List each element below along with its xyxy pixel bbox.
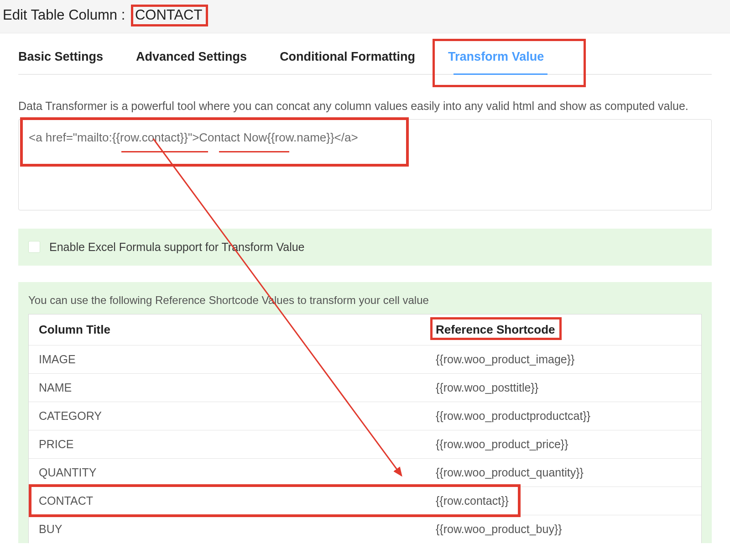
ref-shortcode: {{row.woo_product_quantity}} — [436, 466, 691, 479]
header-prefix: Edit Table Column : — [3, 7, 125, 23]
excel-formula-panel: Enable Excel Formula support for Transfo… — [18, 229, 712, 266]
ref-shortcode: {{row.woo_product_image}} — [436, 353, 691, 366]
code-box-wrap: <a href="mailto:{{row.contact}}">Contact… — [18, 119, 712, 210]
ref-title: PRICE — [39, 438, 436, 451]
tab-transform-value[interactable]: Transform Value — [448, 46, 544, 74]
ref-shortcode: {{row.woo_productproductcat}} — [436, 409, 691, 423]
table-row: PRICE {{row.woo_product_price}} — [29, 430, 701, 459]
tab-bar: Basic Settings Advanced Settings Conditi… — [18, 46, 712, 75]
ref-title: BUY — [39, 523, 436, 536]
ref-title: CONTACT — [39, 494, 436, 508]
table-row: CONTACT {{row.contact}} — [29, 487, 701, 515]
table-row: NAME {{row.woo_posttitle}} — [29, 374, 701, 402]
ref-title: IMAGE — [39, 353, 436, 366]
ref-title: CATEGORY — [39, 409, 436, 423]
ref-shortcode: {{row.woo_posttitle}} — [436, 381, 691, 394]
page-header: Edit Table Column : CONTACT — [0, 0, 730, 33]
reference-header-col1: Column Title — [39, 323, 436, 337]
transform-code-input[interactable]: <a href="mailto:{{row.contact}}">Contact… — [18, 119, 712, 210]
reference-header-col2: Reference Shortcode — [436, 323, 691, 337]
transform-description: Data Transformer is a powerful tool wher… — [18, 99, 712, 113]
tab-basic-settings[interactable]: Basic Settings — [18, 46, 103, 74]
tab-content: Data Transformer is a powerful tool wher… — [0, 75, 730, 543]
tabs-container: Basic Settings Advanced Settings Conditi… — [0, 46, 730, 75]
tab-advanced-settings[interactable]: Advanced Settings — [136, 46, 247, 74]
ref-shortcode: {{row.woo_product_buy}} — [436, 523, 691, 536]
ref-shortcode: {{row.woo_product_price}} — [436, 438, 691, 451]
header-column-name: CONTACT — [131, 5, 209, 26]
reference-table-header: Column Title Reference Shortcode — [29, 314, 701, 345]
annotation-underline — [121, 151, 208, 152]
ref-shortcode: {{row.contact}} — [436, 494, 691, 508]
table-row: QUANTITY {{row.woo_product_quantity}} — [29, 459, 701, 487]
tab-conditional-formatting[interactable]: Conditional Formatting — [280, 46, 415, 74]
reference-table: Column Title Reference Shortcode IMAGE {… — [28, 314, 702, 543]
table-row: IMAGE {{row.woo_product_image}} — [29, 345, 701, 374]
ref-title: NAME — [39, 381, 436, 394]
excel-formula-checkbox[interactable] — [28, 241, 40, 253]
annotation-underline — [219, 151, 289, 152]
table-row: BUY {{row.woo_product_buy}} — [29, 515, 701, 543]
table-row: CATEGORY {{row.woo_productproductcat}} — [29, 402, 701, 430]
reference-description: You can use the following Reference Shor… — [28, 294, 702, 307]
ref-title: QUANTITY — [39, 466, 436, 479]
reference-shortcode-panel: You can use the following Reference Shor… — [18, 282, 712, 543]
excel-formula-label: Enable Excel Formula support for Transfo… — [49, 241, 305, 254]
header-title: Edit Table Column : CONTACT — [3, 5, 730, 26]
